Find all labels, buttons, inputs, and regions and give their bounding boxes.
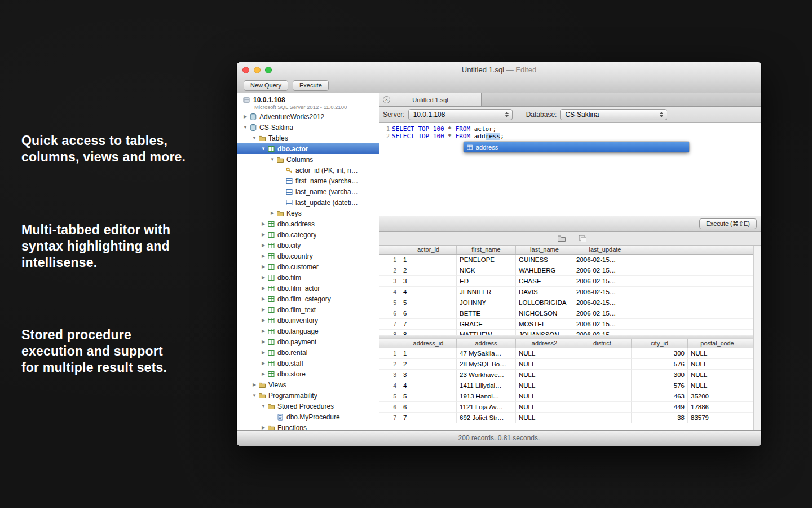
tree-item-dbo-film-text[interactable]: ▶dbo.film_text — [237, 304, 379, 315]
server-header[interactable]: 10.0.1.108 Microsoft SQL Server 2012 - 1… — [237, 93, 379, 111]
column-header-address[interactable]: address — [457, 339, 516, 348]
tree-item-functions[interactable]: ▶Functions — [237, 422, 379, 430]
disclosure-triangle-icon[interactable]: ▶ — [259, 221, 267, 226]
column-header-city_id[interactable]: city_id — [632, 339, 688, 348]
disclosure-triangle-icon[interactable]: ▶ — [259, 296, 267, 301]
database-select[interactable]: CS-Saklina — [560, 109, 667, 120]
tree-item-dbo-film-actor[interactable]: ▶dbo.film_actor — [237, 283, 379, 294]
disclosure-triangle-icon[interactable]: ▶ — [241, 114, 249, 119]
disclosure-triangle-icon[interactable]: ▼ — [250, 135, 258, 141]
tree-item-dbo-payment[interactable]: ▶dbo.payment — [237, 336, 379, 347]
column-header-last_name[interactable]: last_name — [516, 246, 573, 254]
disclosure-triangle-icon[interactable]: ▶ — [259, 361, 267, 366]
code-line[interactable]: 2SELECT TOP 100 * FROM address; — [379, 133, 761, 140]
column-header-first_name[interactable]: first_name — [457, 246, 516, 254]
tree-item-last-name-varcha[interactable]: last_name (varcha… — [237, 186, 379, 197]
tree-item-dbo-city[interactable]: ▶dbo.city — [237, 240, 379, 251]
tree-item-dbo-language[interactable]: ▶dbo.language — [237, 326, 379, 336]
disclosure-triangle-icon[interactable]: ▶ — [259, 243, 267, 248]
table-row[interactable]: 88MATTHEWJOHANSSON2006-02-15… — [379, 330, 761, 335]
tree-item-dbo-store[interactable]: ▶dbo.store — [237, 369, 379, 379]
code-line[interactable]: 1SELECT TOP 100 * FROM actor; — [379, 125, 761, 133]
tree-item-adventureworks2012[interactable]: ▶AdventureWorks2012 — [237, 111, 379, 122]
tree-item-dbo-film-category[interactable]: ▶dbo.film_category — [237, 294, 379, 304]
disclosure-triangle-icon[interactable]: ▶ — [250, 382, 258, 387]
tree-item-dbo-customer[interactable]: ▶dbo.customer — [237, 261, 379, 272]
tree-item-dbo-inventory[interactable]: ▶dbo.inventory — [237, 315, 379, 326]
export-folder-icon[interactable] — [557, 234, 567, 243]
server-select[interactable]: 10.0.1.108 — [408, 109, 513, 120]
table-row[interactable]: 3323 Workhave…NULL300NULL — [379, 370, 761, 380]
disclosure-triangle-icon[interactable]: ▶ — [259, 232, 267, 237]
copy-results-icon[interactable] — [578, 234, 588, 243]
disclosure-triangle-icon[interactable]: ▶ — [259, 264, 267, 269]
tree-item-dbo-category[interactable]: ▶dbo.category — [237, 229, 379, 240]
table-row[interactable]: 55JOHNNYLOLLOBRIGIDA2006-02-15… — [379, 297, 761, 308]
disclosure-triangle-icon[interactable]: ▶ — [259, 329, 267, 334]
disclosure-triangle-icon[interactable]: ▶ — [259, 307, 267, 312]
tree-item-keys[interactable]: ▶Keys — [237, 208, 379, 218]
disclosure-triangle-icon[interactable]: ▶ — [268, 211, 276, 216]
minimize-window-button[interactable] — [254, 67, 261, 73]
table-row[interactable]: 441411 Lillydal…NULL576NULL — [379, 380, 761, 391]
tree-item-dbo-address[interactable]: ▶dbo.address — [237, 218, 379, 229]
tree-item-first-name-varcha[interactable]: first_name (varcha… — [237, 176, 379, 186]
table-row[interactable]: 11PENELOPEGUINESS2006-02-15… — [379, 255, 761, 265]
sql-editor[interactable]: 1SELECT TOP 100 * FROM actor;2SELECT TOP… — [379, 123, 761, 216]
column-header-address2[interactable]: address2 — [516, 339, 573, 348]
zoom-window-button[interactable] — [265, 67, 272, 73]
tree-item-dbo-myprocedure[interactable]: dbo.MyProcedure — [237, 411, 379, 422]
autocomplete-popup[interactable]: address — [464, 142, 689, 152]
tree-item-stored-procedures[interactable]: ▼Stored Procedures — [237, 401, 379, 411]
window-titlebar[interactable]: Untitled 1.sql — Edited — [237, 62, 761, 78]
disclosure-triangle-icon[interactable]: ▶ — [259, 318, 267, 323]
disclosure-triangle-icon[interactable]: ▼ — [268, 157, 276, 162]
column-header-actor_id[interactable]: actor_id — [400, 246, 457, 254]
vertical-scrollbar[interactable] — [753, 246, 761, 430]
tree-item-tables[interactable]: ▼Tables — [237, 133, 379, 143]
tree-item-dbo-rental[interactable]: ▶dbo.rental — [237, 347, 379, 358]
table-row[interactable]: 551913 Hanoi…NULL46335200 — [379, 391, 761, 402]
disclosure-triangle-icon[interactable]: ▶ — [259, 371, 267, 376]
results-splitter[interactable] — [379, 335, 761, 339]
column-header-last_update[interactable]: last_update — [573, 246, 637, 254]
execute-shortcut-button[interactable]: Execute (⌘⇧E) — [699, 218, 757, 229]
disclosure-triangle-icon[interactable]: ▼ — [241, 125, 249, 130]
column-header-address_id[interactable]: address_id — [400, 339, 457, 348]
table-row[interactable]: 66BETTENICHOLSON2006-02-15… — [379, 308, 761, 319]
new-query-button[interactable]: New Query — [244, 80, 288, 91]
tree-item-last-update-dateti[interactable]: last_update (dateti… — [237, 197, 379, 208]
close-window-button[interactable] — [242, 67, 249, 73]
column-header-postal_code[interactable]: postal_code — [688, 339, 747, 348]
table-row[interactable]: 2228 MySQL Bo…NULL576NULL — [379, 359, 761, 370]
disclosure-triangle-icon[interactable]: ▶ — [259, 339, 267, 344]
tree-item-actor-id-pk-int-n[interactable]: actor_id (PK, int, n… — [237, 165, 379, 176]
table-row[interactable]: 77GRACEMOSTEL2006-02-15… — [379, 319, 761, 330]
disclosure-triangle-icon[interactable]: ▶ — [259, 275, 267, 280]
table-row[interactable]: 44JENNIFERDAVIS2006-02-15… — [379, 287, 761, 297]
table-row[interactable]: 77692 Joliet Str…NULL3883579 — [379, 413, 761, 423]
table-row[interactable]: 33EDCHASE2006-02-15… — [379, 276, 761, 287]
disclosure-triangle-icon[interactable]: ▼ — [259, 404, 267, 409]
table-row[interactable]: 661121 Loja Av…NULL44917886 — [379, 402, 761, 413]
tree-item-programmability[interactable]: ▼Programmability — [237, 390, 379, 401]
execute-button[interactable]: Execute — [293, 80, 329, 91]
tree-item-dbo-staff[interactable]: ▶dbo.staff — [237, 358, 379, 369]
tree-item-dbo-film[interactable]: ▶dbo.film — [237, 272, 379, 283]
disclosure-triangle-icon[interactable]: ▶ — [259, 286, 267, 291]
tree-item-cs-saklina[interactable]: ▼CS-Saklina — [237, 122, 379, 133]
disclosure-triangle-icon[interactable]: ▶ — [259, 253, 267, 259]
tree-item-dbo-actor[interactable]: ▼dbo.actor — [237, 143, 379, 154]
disclosure-triangle-icon[interactable]: ▼ — [250, 393, 258, 398]
table-row[interactable]: 1147 MySakila…NULL300NULL — [379, 348, 761, 359]
tree-item-columns[interactable]: ▼Columns — [237, 154, 379, 165]
table-row[interactable]: 22NICKWAHLBERG2006-02-15… — [379, 265, 761, 276]
disclosure-triangle-icon[interactable]: ▶ — [259, 425, 267, 430]
tree-item-dbo-country[interactable]: ▶dbo.country — [237, 251, 379, 261]
disclosure-triangle-icon[interactable]: ▼ — [259, 146, 267, 151]
tab-close-icon[interactable]: × — [383, 96, 390, 103]
disclosure-triangle-icon[interactable]: ▶ — [259, 350, 267, 355]
column-header-district[interactable]: district — [573, 339, 632, 348]
tab-untitled-1-sql[interactable]: × Untitled 1.sql — [379, 93, 482, 106]
tree-item-views[interactable]: ▶Views — [237, 379, 379, 390]
